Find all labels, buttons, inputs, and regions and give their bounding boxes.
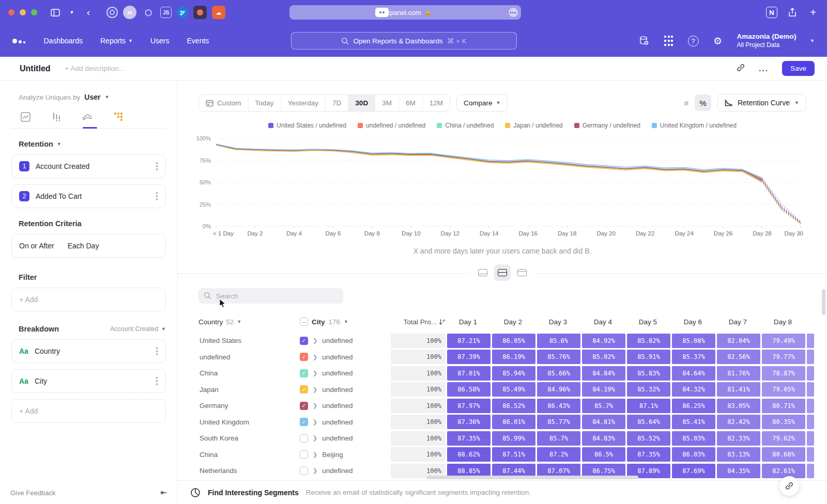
soundcloud-icon[interactable]: ☁ <box>212 6 225 19</box>
day-column-header[interactable]: Day 7 <box>715 318 760 326</box>
range-12m[interactable]: 12M <box>423 95 450 111</box>
total-column-header[interactable]: Total Pro... <box>391 318 446 326</box>
more-options-button[interactable]: ... <box>759 64 769 73</box>
expand-row-icon[interactable]: ❯ <box>313 402 317 409</box>
expand-row-icon[interactable]: ❯ <box>313 337 317 344</box>
back-icon[interactable]: ‹ <box>83 7 94 18</box>
tab-funnels[interactable] <box>51 112 62 122</box>
breakdown-card-country[interactable]: Aa Country ••• <box>11 339 166 363</box>
percent-toggle[interactable]: % <box>695 94 711 111</box>
row-checkbox[interactable]: ✓ <box>300 353 308 361</box>
day-column-header[interactable]: Day 4 <box>580 318 625 326</box>
target-icon[interactable] <box>106 7 118 18</box>
country-column-header[interactable]: Country52▼ <box>198 318 300 326</box>
legend-item[interactable]: Germany / undefined <box>574 122 640 129</box>
expand-row-icon[interactable]: ❯ <box>313 386 317 393</box>
cube-icon[interactable]: ⬡ <box>142 6 155 19</box>
row-checkbox[interactable]: ✓ <box>300 369 308 377</box>
legend-item[interactable]: United Kingdom / undefined <box>652 122 737 129</box>
give-feedback-link[interactable]: Give Feedback <box>10 489 55 497</box>
apps-grid-icon[interactable] <box>663 35 675 46</box>
tab-retention[interactable] <box>113 112 124 122</box>
day-column-header[interactable]: Day 2 <box>491 318 535 326</box>
select-all-checkbox[interactable]: – <box>300 318 308 326</box>
analyze-entity-select[interactable]: User <box>84 93 100 101</box>
expand-row-icon[interactable]: ❯ <box>313 435 317 442</box>
day-column-header[interactable]: Day 3 <box>535 318 580 326</box>
nav-reports[interactable]: Reports▼ <box>100 37 133 45</box>
nav-events[interactable]: Events <box>187 37 209 45</box>
view-table-only-icon[interactable] <box>514 264 530 281</box>
minimize-window-button[interactable] <box>20 9 26 15</box>
breakdown-menu-icon[interactable]: ••• <box>156 376 158 386</box>
range-yesterday[interactable]: Yesterday <box>281 95 326 111</box>
view-split-icon[interactable] <box>494 264 511 281</box>
range-30d[interactable]: 30D <box>348 95 375 111</box>
save-button[interactable]: Save <box>782 61 815 76</box>
row-checkbox[interactable]: ✓ <box>300 385 308 393</box>
bird-icon[interactable]: 🕊 <box>177 7 188 18</box>
step-menu-icon[interactable]: ••• <box>156 162 158 171</box>
m-avatar-icon[interactable]: m <box>123 6 136 19</box>
expand-row-icon[interactable]: ❯ <box>313 370 317 376</box>
zoom-window-button[interactable] <box>31 9 37 15</box>
chevron-down-icon[interactable]: ▼ <box>66 7 78 18</box>
global-search[interactable]: Open Reports & Dashboards ⌘ + K <box>291 32 517 50</box>
row-checkbox[interactable]: ✓ <box>300 337 308 345</box>
close-window-button[interactable] <box>8 9 14 15</box>
report-title[interactable]: Untitled <box>20 64 51 73</box>
row-checkbox[interactable]: ✓ <box>300 418 308 426</box>
range-6m[interactable]: 6M <box>399 95 423 111</box>
row-checkbox[interactable] <box>300 450 308 459</box>
day-column-header[interactable]: Day 8 <box>760 318 805 326</box>
nav-dashboards[interactable]: Dashboards <box>44 37 83 45</box>
range-3m[interactable]: 3M <box>375 95 399 111</box>
url-more-icon[interactable]: ••• <box>509 8 518 17</box>
copy-link-icon[interactable] <box>736 63 745 74</box>
number-toggle[interactable]: # <box>678 94 695 111</box>
row-checkbox[interactable] <box>300 467 308 475</box>
row-checkbox[interactable]: ✓ <box>300 402 308 410</box>
criteria-each-day[interactable]: Each Day <box>68 242 99 250</box>
day-column-header[interactable]: Day 6 <box>670 318 715 326</box>
nav-users[interactable]: Users <box>150 37 170 45</box>
sidebar-toggle-icon[interactable] <box>50 7 61 18</box>
day-column-header[interactable]: Day 5 <box>625 318 670 326</box>
tab-flows[interactable] <box>82 112 93 122</box>
range-7d[interactable]: 7D <box>326 95 348 111</box>
horizontal-scrollbar[interactable] <box>426 476 638 479</box>
legend-item[interactable]: Japan / undefined <box>505 122 562 129</box>
view-chart-only-icon[interactable] <box>474 264 491 281</box>
data-management-icon[interactable] <box>638 35 650 46</box>
retention-section-heading[interactable]: Retention▼ <box>19 140 166 148</box>
share-icon[interactable] <box>787 7 798 18</box>
url-bar[interactable]: mixpanel.com 🔒 ••• <box>289 5 521 20</box>
mixpanel-logo-icon[interactable] <box>12 39 25 43</box>
range-custom[interactable]: Custom <box>199 95 249 111</box>
floating-share-link-button[interactable] <box>779 476 799 496</box>
compare-button[interactable]: Compare▼ <box>456 94 508 112</box>
breakdown-card-city[interactable]: Aa City ••• <box>11 369 166 393</box>
expand-row-icon[interactable]: ❯ <box>313 419 317 426</box>
add-breakdown-button[interactable]: + Add <box>11 399 166 423</box>
js-icon[interactable]: JS <box>160 7 172 18</box>
notion-icon[interactable]: N <box>766 7 777 18</box>
expand-row-icon[interactable]: ❯ <box>313 354 317 360</box>
row-checkbox[interactable] <box>300 434 308 443</box>
expand-row-icon[interactable]: ❯ <box>313 451 317 458</box>
expand-row-icon[interactable]: ❯ <box>313 467 317 474</box>
settings-gear-icon[interactable]: ⚙ <box>712 35 724 46</box>
legend-item[interactable]: China / undefined <box>437 122 494 129</box>
segments-title[interactable]: Find Interesting Segments <box>208 489 299 497</box>
criteria-on-or-after[interactable]: On or After <box>19 242 54 250</box>
event-step-card[interactable]: 2 Added To Cart ••• <box>11 184 166 208</box>
project-switcher[interactable]: Amazonia {Demo} All Project Data <box>737 33 797 49</box>
mixpanel-ext-icon[interactable] <box>193 6 207 19</box>
step-menu-icon[interactable]: ••• <box>156 192 158 201</box>
city-column-header[interactable]: –City176▼ <box>300 318 391 326</box>
add-description[interactable]: + Add description... <box>65 65 125 72</box>
chart-type-select[interactable]: Retention Curve ▼ <box>717 94 806 112</box>
help-icon[interactable]: ? <box>688 36 699 46</box>
add-filter-button[interactable]: + Add <box>11 288 166 311</box>
legend-item[interactable]: undefined / undefined <box>358 122 425 129</box>
